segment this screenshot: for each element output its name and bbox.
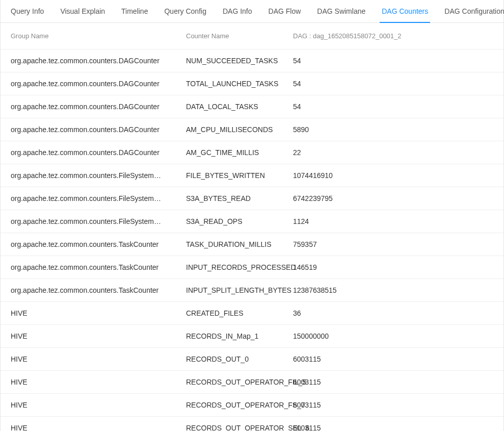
cell-counter-name: FILE_BYTES_WRITTEN [186, 171, 293, 180]
cell-value: 22 [293, 148, 493, 157]
header-dag-value[interactable]: DAG : dag_1652085158072_0001_2 [293, 32, 493, 40]
cell-counter-name: TASK_DURATION_MILLIS [186, 240, 293, 248]
tab-dag-configurations[interactable]: DAG Configurations [436, 0, 504, 22]
table-row: org.apache.tez.common.counters.DAGCounte… [1, 141, 503, 164]
table-row: org.apache.tez.common.counters.DAGCounte… [1, 49, 503, 72]
cell-group-name: org.apache.tez.common.counters.FileSyste… [11, 171, 186, 180]
cell-group-name: org.apache.tez.common.counters.DAGCounte… [11, 148, 186, 157]
cell-value: 36 [293, 309, 493, 317]
cell-group-name: org.apache.tez.common.counters.DAGCounte… [11, 57, 186, 65]
cell-group-name: HIVE [11, 378, 186, 386]
cell-group-name: org.apache.tez.common.counters.TaskCount… [11, 240, 186, 248]
cell-counter-name: RECORDS_IN_Map_1 [186, 332, 293, 340]
cell-counter-name: RECORDS_OUT_0 [186, 355, 293, 363]
cell-value: 759357 [293, 240, 493, 248]
cell-group-name: HIVE [11, 309, 186, 317]
tab-dag-info[interactable]: DAG Info [215, 0, 260, 22]
cell-group-name: org.apache.tez.common.counters.DAGCounte… [11, 80, 186, 88]
cell-value: 6742239795 [293, 194, 493, 202]
cell-counter-name: AM_CPU_MILLISECONDS [186, 125, 293, 134]
cell-counter-name: TOTAL_LAUNCHED_TASKS [186, 80, 293, 88]
cell-group-name: org.apache.tez.common.counters.TaskCount… [11, 286, 186, 294]
table-row: org.apache.tez.common.counters.FileSyste… [1, 210, 503, 233]
cell-counter-name: RECORDS_OUT_OPERATOR_SEL_6 [186, 424, 293, 431]
tab-timeline[interactable]: Timeline [113, 0, 156, 22]
table-row: org.apache.tez.common.counters.FileSyste… [1, 187, 503, 210]
cell-counter-name: AM_GC_TIME_MILLIS [186, 148, 293, 157]
cell-group-name: HIVE [11, 355, 186, 363]
cell-value: 5890 [293, 125, 493, 134]
cell-group-name: org.apache.tez.common.counters.FileSyste… [11, 217, 186, 225]
tab-query-config[interactable]: Query Config [156, 0, 214, 22]
table-row: HIVERECORDS_OUT_06003115 [1, 347, 503, 370]
header-counter-name[interactable]: Counter Name [186, 32, 293, 40]
table-row: HIVERECORDS_OUT_OPERATOR_SEL_66003115 [1, 416, 503, 431]
table-row: org.apache.tez.common.counters.DAGCounte… [1, 72, 503, 95]
cell-counter-name: RECORDS_OUT_OPERATOR_FIL_5 [186, 378, 293, 386]
cell-group-name: org.apache.tez.common.counters.DAGCounte… [11, 125, 186, 134]
cell-counter-name: RECORDS_OUT_OPERATOR_FS_7 [186, 401, 293, 409]
cell-value: 6003115 [293, 378, 493, 386]
table-row: HIVERECORDS_OUT_OPERATOR_FS_76003115 [1, 393, 503, 416]
table-row: org.apache.tez.common.counters.FileSyste… [1, 164, 503, 187]
main-container: Query InfoVisual ExplainTimelineQuery Co… [0, 0, 504, 431]
cell-counter-name: NUM_SUCCEEDED_TASKS [186, 57, 293, 65]
cell-value: 54 [293, 103, 493, 111]
cell-value: 146519 [293, 263, 493, 271]
table-row: HIVERECORDS_OUT_OPERATOR_FIL_56003115 [1, 370, 503, 393]
counters-table: Group Name Counter Name DAG : dag_165208… [1, 23, 503, 431]
tab-query-info[interactable]: Query Info [3, 0, 52, 22]
cell-value: 54 [293, 57, 493, 65]
cell-value: 6003115 [293, 401, 493, 409]
table-body: org.apache.tez.common.counters.DAGCounte… [1, 49, 503, 431]
table-row: HIVERECORDS_IN_Map_1150000000 [1, 324, 503, 347]
table-row: org.apache.tez.common.counters.TaskCount… [1, 233, 503, 256]
tab-dag-flow[interactable]: DAG Flow [260, 0, 309, 22]
cell-value: 54 [293, 80, 493, 88]
cell-value: 150000000 [293, 332, 493, 340]
tab-dag-counters[interactable]: DAG Counters [374, 0, 436, 22]
cell-group-name: HIVE [11, 424, 186, 431]
cell-value: 1074416910 [293, 171, 493, 180]
cell-group-name: HIVE [11, 401, 186, 409]
table-row: HIVECREATED_FILES36 [1, 301, 503, 324]
table-header-row: Group Name Counter Name DAG : dag_165208… [1, 23, 503, 49]
table-row: org.apache.tez.common.counters.DAGCounte… [1, 95, 503, 118]
header-group-name[interactable]: Group Name [11, 32, 186, 40]
cell-group-name: HIVE [11, 332, 186, 340]
cell-counter-name: INPUT_SPLIT_LENGTH_BYTES [186, 286, 293, 294]
cell-counter-name: CREATED_FILES [186, 309, 293, 317]
table-row: org.apache.tez.common.counters.TaskCount… [1, 256, 503, 278]
tab-dag-swimlane[interactable]: DAG Swimlane [309, 0, 374, 22]
tab-visual-explain[interactable]: Visual Explain [52, 0, 113, 22]
cell-counter-name: INPUT_RECORDS_PROCESSED [186, 263, 293, 271]
cell-group-name: org.apache.tez.common.counters.TaskCount… [11, 263, 186, 271]
cell-value: 6003115 [293, 424, 493, 431]
cell-value: 6003115 [293, 355, 493, 363]
table-row: org.apache.tez.common.counters.TaskCount… [1, 278, 503, 301]
cell-group-name: org.apache.tez.common.counters.DAGCounte… [11, 103, 186, 111]
cell-value: 12387638515 [293, 286, 493, 294]
table-row: org.apache.tez.common.counters.DAGCounte… [1, 118, 503, 141]
cell-value: 1124 [293, 217, 493, 225]
cell-counter-name: S3A_BYTES_READ [186, 194, 293, 202]
cell-group-name: org.apache.tez.common.counters.FileSyste… [11, 194, 186, 202]
tab-bar: Query InfoVisual ExplainTimelineQuery Co… [1, 0, 503, 23]
cell-counter-name: S3A_READ_OPS [186, 217, 293, 225]
cell-counter-name: DATA_LOCAL_TASKS [186, 103, 293, 111]
